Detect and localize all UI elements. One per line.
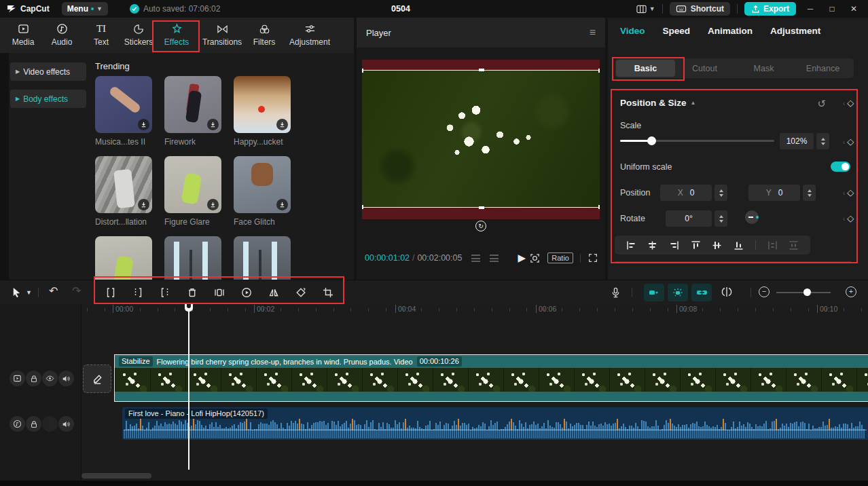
- tab-text[interactable]: TI Text: [90, 22, 112, 47]
- layout-button[interactable]: ▼: [636, 4, 655, 14]
- selection-handle[interactable]: [362, 69, 363, 73]
- scale-stepper[interactable]: [816, 133, 829, 149]
- align-right-icon[interactable]: [669, 240, 679, 250]
- stepper-down-icon[interactable]: [821, 143, 825, 145]
- keyframe-diamond-icon[interactable]: ◇: [847, 187, 854, 198]
- maximize-button[interactable]: □: [825, 4, 839, 14]
- effect-thumbnail-happy[interactable]: [234, 76, 291, 133]
- rotate-icon[interactable]: [295, 286, 307, 299]
- effect-thumbnail-figure-glare[interactable]: [164, 156, 221, 213]
- category-body-effects[interactable]: ▶ Body effects: [10, 90, 86, 108]
- edit-cover-button[interactable]: [83, 364, 111, 393]
- keyframe-prev-icon[interactable]: ‹: [843, 99, 846, 107]
- align-top-icon[interactable]: [691, 240, 701, 250]
- fullscreen-icon[interactable]: [587, 253, 598, 263]
- align-center-vertical-icon[interactable]: [712, 240, 722, 250]
- keyframe-next-icon[interactable]: ›: [856, 138, 858, 146]
- shortcut-button[interactable]: Shortcut: [670, 2, 730, 16]
- position-x-stepper[interactable]: [715, 185, 727, 201]
- frames-list-icon[interactable]: [490, 255, 499, 262]
- scale-slider[interactable]: [620, 140, 774, 142]
- play-button[interactable]: ▶: [518, 252, 526, 264]
- rotate-dial[interactable]: [745, 210, 759, 224]
- inspector-tab-video[interactable]: Video: [620, 26, 645, 36]
- selection-handle[interactable]: [598, 69, 600, 73]
- inspector-tab-animation[interactable]: Animation: [708, 26, 753, 36]
- link-clips-button[interactable]: [691, 284, 712, 301]
- tab-effects[interactable]: Effects: [161, 22, 192, 47]
- effect-thumbnail-musicates[interactable]: [95, 76, 152, 133]
- stepper-down-icon[interactable]: [719, 194, 723, 197]
- stepper-up-icon[interactable]: [821, 138, 825, 141]
- quality-list-icon[interactable]: [471, 255, 480, 262]
- video-track-type-icon[interactable]: [10, 371, 25, 386]
- align-center-horizontal-icon[interactable]: [647, 240, 657, 250]
- menu-button[interactable]: Menu ▼: [62, 2, 108, 16]
- stepper-down-icon[interactable]: [808, 194, 812, 197]
- keyframe-control[interactable]: ‹◇›: [843, 187, 858, 198]
- position-y-stepper[interactable]: [803, 185, 816, 201]
- zoom-in-icon[interactable]: +: [846, 286, 856, 297]
- tab-audio[interactable]: Audio: [48, 22, 75, 47]
- distribute-horizontal-icon[interactable]: [767, 240, 778, 250]
- playhead-handle[interactable]: [185, 303, 193, 312]
- mute-track-icon[interactable]: [58, 416, 74, 432]
- select-tool[interactable]: [11, 286, 22, 298]
- keyframe-prev-icon[interactable]: ‹: [843, 214, 846, 223]
- distribute-vertical-icon[interactable]: [789, 240, 799, 250]
- reset-icon[interactable]: ↺: [817, 98, 826, 110]
- effect-thumbnail-firework[interactable]: [164, 76, 221, 133]
- freeze-frame-icon[interactable]: [213, 286, 225, 299]
- rotate-handle-icon[interactable]: ↻: [475, 221, 486, 231]
- effect-thumbnail-face-glitch[interactable]: [234, 156, 291, 213]
- keyframe-prev-icon[interactable]: ‹: [843, 138, 846, 146]
- preview-quality-icon[interactable]: [529, 253, 541, 264]
- delete-icon[interactable]: [186, 286, 198, 299]
- tab-media[interactable]: Media: [10, 22, 37, 47]
- selection-handle[interactable]: [362, 205, 363, 209]
- align-left-icon[interactable]: [626, 240, 636, 250]
- tab-filters[interactable]: Filters: [250, 22, 278, 47]
- rotate-value-field[interactable]: 0°: [666, 210, 712, 227]
- select-tool-dropdown-icon[interactable]: ▼: [26, 289, 32, 296]
- horizontal-scrollbar[interactable]: [82, 473, 151, 479]
- keyframe-diamond-icon[interactable]: ◇: [847, 98, 854, 108]
- lock-track-icon[interactable]: [26, 416, 41, 432]
- keyframe-diamond-icon[interactable]: ◇: [847, 213, 854, 223]
- preview-axis-icon[interactable]: [720, 286, 734, 297]
- zoom-out-icon[interactable]: −: [759, 286, 770, 297]
- audio-track-type-icon[interactable]: [10, 416, 25, 432]
- effect-thumbnail[interactable]: [234, 236, 291, 280]
- keyframe-diamond-icon[interactable]: ◇: [847, 136, 854, 147]
- crop-icon[interactable]: [322, 286, 334, 299]
- lock-track-icon[interactable]: [26, 371, 41, 386]
- playhead-line[interactable]: [188, 303, 189, 470]
- audio-clip[interactable]: First love - Piano - Lofi HipHop(1420517…: [122, 407, 868, 440]
- tab-stickers[interactable]: Stickers: [122, 22, 156, 47]
- record-voiceover-icon[interactable]: [610, 286, 621, 299]
- main-track-magnet-button[interactable]: [644, 284, 664, 301]
- keyframe-control[interactable]: ‹◇›: [843, 213, 858, 223]
- inspector-tab-speed[interactable]: Speed: [663, 26, 691, 36]
- scale-slider-thumb[interactable]: [647, 136, 656, 145]
- delete-left-icon[interactable]: [132, 286, 144, 299]
- subtab-mask[interactable]: Mask: [734, 60, 793, 77]
- export-button[interactable]: Export: [744, 2, 796, 16]
- preview-stage[interactable]: ↻: [362, 60, 600, 219]
- selection-handle[interactable]: [598, 205, 600, 209]
- collapse-icon[interactable]: ▲: [691, 100, 696, 106]
- align-bottom-icon[interactable]: [734, 240, 744, 250]
- subtab-basic[interactable]: Basic: [616, 60, 675, 77]
- keyframe-prev-icon[interactable]: ‹: [843, 189, 846, 197]
- subtab-cutout[interactable]: Cutout: [675, 60, 734, 77]
- zoom-slider-thumb[interactable]: [803, 288, 811, 296]
- position-x-field[interactable]: X 0: [660, 185, 712, 201]
- ratio-button[interactable]: Ratio: [547, 253, 573, 263]
- auto-snap-button[interactable]: [668, 284, 688, 301]
- tab-transitions[interactable]: Transitions: [201, 22, 243, 47]
- category-video-effects[interactable]: ▶ Video effects: [10, 62, 86, 81]
- keyframe-next-icon[interactable]: ›: [856, 214, 858, 223]
- stepper-up-icon[interactable]: [808, 189, 812, 192]
- scale-value-field[interactable]: 102%: [780, 133, 814, 149]
- selection-handle[interactable]: [479, 206, 484, 209]
